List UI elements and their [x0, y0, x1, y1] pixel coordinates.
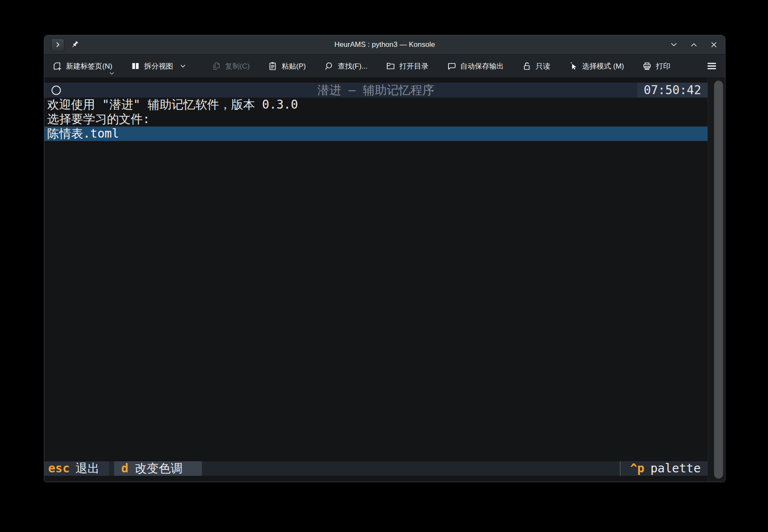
- close-icon: [710, 40, 718, 49]
- paste-label: 粘贴(P): [282, 61, 306, 71]
- new-tab-button[interactable]: 新建标签页(N): [52, 61, 112, 71]
- welcome-line: 欢迎使用 "潜进" 辅助记忆软件，版本 0.3.0: [44, 98, 708, 112]
- tui-body-space: [44, 141, 708, 461]
- toolbar: 新建标签页(N) 拆分视图 复制(C): [44, 55, 725, 78]
- cursor-icon: [568, 61, 578, 71]
- paste-button[interactable]: 粘贴(P): [268, 61, 306, 71]
- prompt-line: 选择要学习的文件:: [44, 112, 708, 127]
- konsole-window: HeurAMS : python3 — Konsole: [44, 35, 725, 482]
- footer-spacer: [202, 461, 620, 476]
- pin-icon[interactable]: [71, 40, 80, 49]
- copy-icon: [211, 61, 221, 71]
- binding-label: 退出: [76, 461, 100, 476]
- hamburger-icon: [706, 61, 717, 71]
- open-directory-label: 打开目录: [400, 61, 429, 71]
- binding-label: palette: [650, 461, 701, 476]
- tui-header: 潜进 – 辅助记忆程序 07:50:42: [44, 83, 708, 98]
- footer-binding-d[interactable]: d 改变色调: [114, 461, 202, 476]
- scrollbar-track[interactable]: [708, 78, 725, 482]
- list-item-file[interactable]: 陈情表.toml: [44, 127, 708, 141]
- footer-binding-palette[interactable]: ^p palette: [620, 461, 708, 476]
- copy-button: 复制(C): [211, 61, 250, 71]
- split-view-label: 拆分视图: [144, 61, 173, 71]
- search-icon: [324, 61, 334, 71]
- window-controls: [670, 40, 718, 49]
- tui-app: 潜进 – 辅助记忆程序 07:50:42 欢迎使用 "潜进" 辅助记忆软件，版本…: [44, 78, 708, 482]
- window-title: HeurAMS : python3 — Konsole: [44, 40, 725, 49]
- close-button[interactable]: [710, 40, 718, 49]
- split-view-button[interactable]: 拆分视图: [130, 61, 186, 71]
- chevron-down-icon: [109, 72, 114, 75]
- hamburger-menu-button[interactable]: [706, 61, 717, 71]
- output-bubble-icon: [446, 61, 457, 71]
- chevron-right-icon: [55, 42, 61, 48]
- copy-label: 复制(C): [225, 61, 250, 71]
- read-only-label: 只读: [536, 61, 550, 71]
- lock-open-icon: [522, 61, 532, 71]
- footer-binding-esc[interactable]: esc 退出: [44, 461, 109, 476]
- maximize-button[interactable]: [690, 40, 698, 49]
- select-mode-button[interactable]: 选择模式 (M): [568, 61, 624, 71]
- tui-app-title: 潜进 – 辅助记忆程序: [44, 82, 708, 98]
- find-label: 查找(F)...: [338, 61, 368, 71]
- open-directory-button[interactable]: 打开目录: [385, 61, 429, 71]
- printer-icon: [642, 61, 652, 71]
- toolbox-chevron-button[interactable]: [51, 38, 64, 52]
- select-mode-label: 选择模式 (M): [582, 61, 624, 71]
- new-tab-icon: [52, 61, 62, 71]
- titlebar: HeurAMS : python3 — Konsole: [44, 35, 725, 55]
- tui-footer: esc 退出 d 改变色调 ^p palette: [44, 461, 708, 476]
- new-tab-label: 新建标签页(N): [66, 61, 112, 71]
- terminal-area: 潜进 – 辅助记忆程序 07:50:42 欢迎使用 "潜进" 辅助记忆软件，版本…: [44, 78, 725, 482]
- scrollbar-thumb[interactable]: [714, 81, 723, 479]
- binding-key: d: [121, 461, 129, 476]
- read-only-button[interactable]: 只读: [522, 61, 550, 71]
- binding-key: ^p: [630, 461, 644, 476]
- find-button[interactable]: 查找(F)...: [324, 61, 368, 71]
- chevron-up-icon: [690, 40, 698, 49]
- autosave-output-label: 自动保存输出: [460, 61, 504, 71]
- paste-icon: [268, 61, 278, 71]
- binding-label: 改变色调: [135, 461, 182, 476]
- split-view-icon: [130, 61, 141, 71]
- folder-icon: [385, 61, 396, 71]
- autosave-output-button[interactable]: 自动保存输出: [446, 61, 504, 71]
- binding-key: esc: [48, 461, 70, 476]
- print-label: 打印: [656, 61, 670, 71]
- print-button[interactable]: 打印: [642, 61, 670, 71]
- chevron-down-icon: [670, 40, 678, 49]
- minimize-button[interactable]: [670, 40, 678, 49]
- chevron-down-icon: [180, 64, 186, 68]
